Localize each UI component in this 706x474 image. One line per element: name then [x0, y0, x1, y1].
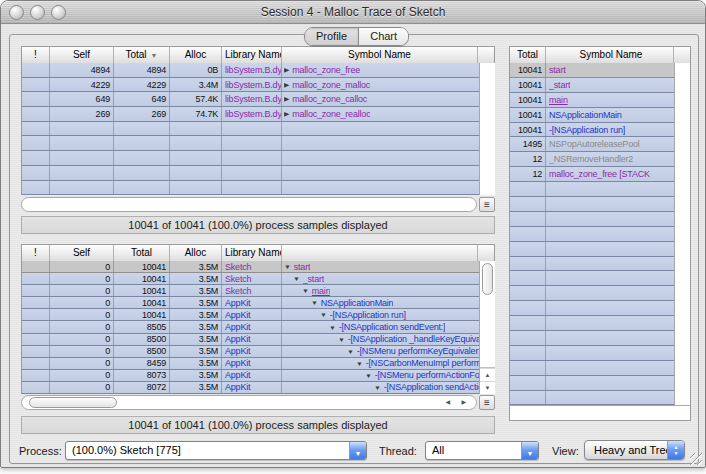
table-row[interactable]: 0 10041 3.5M AppKit ▼ -[NSApplication ru… — [22, 309, 479, 321]
process-combobox[interactable]: (100.0%) Sketch [775] ▼ — [65, 441, 367, 460]
scroll-up-arrow-icon[interactable]: ▲ — [480, 368, 495, 381]
table-row[interactable]: 10041 NSApplicationMain — [510, 108, 674, 123]
table-row[interactable]: 0 8500 3.5M AppKit ▼ -[NSMenu performKey… — [22, 346, 479, 358]
table-row[interactable] — [510, 227, 674, 242]
list-mode-button[interactable]: ≡ — [479, 197, 495, 212]
table-row[interactable] — [510, 391, 674, 405]
disclosure-triangle-icon[interactable]: ▼ — [311, 300, 318, 306]
tree-vscroll-thumb[interactable] — [482, 263, 493, 295]
list-mode-button[interactable]: ≡ — [479, 395, 495, 410]
stack-vertical-scrollbar[interactable] — [674, 63, 690, 405]
tree-horizontal-scrollbar[interactable]: ◀ ▶ ≡ — [21, 395, 495, 411]
column-header-symbol[interactable]: Symbol Name — [546, 47, 674, 63]
table-row[interactable] — [510, 197, 674, 212]
table-row[interactable]: 0 8500 3.5M AppKit ▼ -[NSApplication _ha… — [22, 334, 479, 346]
profile-vertical-scrollbar[interactable] — [479, 63, 495, 195]
table-row[interactable] — [510, 376, 674, 391]
column-header-library[interactable]: Library Name — [222, 47, 282, 63]
table-row[interactable] — [510, 361, 674, 376]
column-header-flag[interactable]: ! — [22, 245, 50, 261]
disclosure-triangle-icon[interactable]: ▶ — [284, 96, 289, 103]
table-row[interactable] — [510, 316, 674, 331]
scroll-down-arrow-icon[interactable]: ▼ — [480, 381, 495, 394]
table-row[interactable] — [510, 242, 674, 257]
column-header-flag[interactable]: ! — [22, 47, 50, 63]
column-header-total[interactable]: Total▼ — [114, 47, 170, 63]
table-row[interactable] — [510, 301, 674, 316]
close-button[interactable] — [9, 5, 24, 20]
table-row[interactable]: 649 649 57.4K libSystem.B.dylib ▶ malloc… — [22, 92, 479, 107]
title-bar[interactable]: Session 4 - Malloc Trace of Sketch — [1, 1, 705, 24]
table-row[interactable]: 12 malloc_zone_free [STACK — [510, 167, 674, 182]
column-header-symbol[interactable]: Symbol Name — [282, 47, 478, 63]
table-row[interactable]: 0 10041 3.5M AppKit ▼ NSApplicationMain — [22, 297, 479, 309]
table-row[interactable] — [510, 331, 674, 346]
disclosure-triangle-icon[interactable]: ▼ — [347, 348, 354, 354]
table-row[interactable]: 0 8459 3.5M AppKit ▼ -[NSCarbonMenuImpl … — [22, 358, 479, 370]
column-header-total[interactable]: Total — [510, 47, 546, 63]
process-dropdown-button[interactable]: ▼ — [349, 442, 366, 459]
column-header-total[interactable]: Total — [114, 245, 170, 261]
thread-combobox[interactable]: All ▼ — [425, 441, 539, 460]
table-row[interactable] — [510, 257, 674, 272]
tab-profile[interactable]: Profile — [305, 28, 358, 45]
disclosure-triangle-icon[interactable]: ▼ — [338, 336, 345, 342]
column-header-alloc[interactable]: Alloc — [170, 245, 222, 261]
view-popup-button[interactable]: Heavy and Tree ▲ ▼ — [584, 440, 685, 460]
tree-vertical-scrollbar[interactable]: ▲ ▼ — [479, 261, 495, 394]
table-row[interactable] — [510, 286, 674, 301]
table-row[interactable]: 10041 main — [510, 93, 674, 108]
table-row[interactable]: 10041 _start — [510, 78, 674, 93]
scroll-right-arrow-icon[interactable]: ▶ — [461, 396, 466, 409]
table-row[interactable] — [22, 151, 479, 166]
table-row[interactable]: 0 10041 3.5M Sketch ▼ main — [22, 285, 479, 297]
table-row[interactable] — [510, 212, 674, 227]
table-row[interactable] — [22, 166, 479, 181]
table-row[interactable] — [22, 136, 479, 151]
column-header-library[interactable]: Library Name — [222, 245, 282, 261]
disclosure-triangle-icon[interactable]: ▼ — [293, 275, 300, 281]
minimize-button[interactable] — [30, 5, 45, 20]
disclosure-triangle-icon[interactable]: ▼ — [374, 384, 381, 390]
profile-horizontal-scrollbar[interactable]: ≡ — [21, 197, 495, 213]
column-header-symbol[interactable] — [282, 245, 478, 261]
disclosure-triangle-icon[interactable]: ▼ — [320, 312, 327, 318]
table-row[interactable]: 0 8505 3.5M AppKit ▼ -[NSApplication sen… — [22, 321, 479, 333]
disclosure-triangle-icon[interactable]: ▶ — [284, 81, 289, 88]
disclosure-triangle-icon[interactable]: ▼ — [356, 360, 363, 366]
table-row[interactable] — [22, 122, 479, 137]
table-row[interactable]: 10041 -[NSApplication run] — [510, 123, 674, 138]
tree-hscroll-thumb[interactable] — [29, 397, 117, 408]
table-row[interactable]: 0 8072 3.5M AppKit ▼ -[NSApplication sen… — [22, 382, 479, 394]
resize-grip[interactable] — [690, 453, 702, 465]
scroll-left-arrow-icon[interactable]: ◀ — [445, 396, 450, 409]
profile-hscroll-track[interactable] — [21, 197, 477, 212]
table-row[interactable] — [510, 271, 674, 286]
tree-hscroll-track[interactable]: ◀ ▶ — [21, 395, 477, 410]
table-row[interactable]: 0 10041 3.5M Sketch ▼ start — [22, 261, 479, 273]
disclosure-triangle-icon[interactable]: ▶ — [284, 66, 289, 73]
stack-horizontal-scrollbar[interactable] — [510, 405, 690, 420]
table-row[interactable] — [22, 181, 479, 196]
disclosure-triangle-icon[interactable]: ▶ — [284, 110, 289, 117]
column-header-alloc[interactable]: Alloc — [170, 47, 222, 63]
table-row[interactable]: 269 269 74.7K libSystem.B.dylib ▶ malloc… — [22, 107, 479, 122]
disclosure-triangle-icon[interactable]: ▼ — [302, 288, 309, 294]
table-row[interactable]: 1495 NSPopAutoreleasePool — [510, 137, 674, 152]
table-row[interactable] — [510, 182, 674, 197]
view-stepper-button[interactable]: ▲ ▼ — [667, 441, 684, 459]
table-row[interactable]: 4894 4894 0B libSystem.B.dylib ▶ malloc_… — [22, 63, 479, 78]
table-row[interactable]: 0 8073 3.5M AppKit ▼ -[NSMenu performAct… — [22, 370, 479, 382]
table-row[interactable]: 10041 start — [510, 63, 674, 78]
table-row[interactable] — [510, 346, 674, 361]
disclosure-triangle-icon[interactable]: ▼ — [284, 263, 291, 269]
table-row[interactable]: 0 10041 3.5M Sketch ▼ _start — [22, 273, 479, 285]
column-header-self[interactable]: Self — [50, 245, 114, 261]
table-row[interactable]: 12 _NSRemoveHandler2 — [510, 152, 674, 167]
disclosure-triangle-icon[interactable]: ▼ — [329, 324, 336, 330]
thread-dropdown-button[interactable]: ▼ — [521, 442, 538, 459]
table-row[interactable]: 4229 4229 3.4M libSystem.B.dylib ▶ mallo… — [22, 78, 479, 93]
tab-chart[interactable]: Chart — [358, 28, 408, 45]
column-header-self[interactable]: Self — [50, 47, 114, 63]
disclosure-triangle-icon[interactable]: ▼ — [365, 372, 372, 378]
